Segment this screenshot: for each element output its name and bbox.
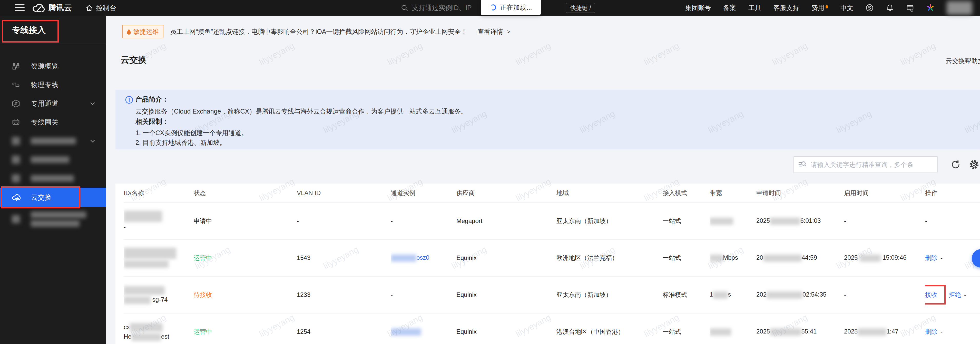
- intro-item-1: 1. 一个CX实例仅能创建一个专用通道。: [135, 129, 248, 137]
- redacted-text: [124, 296, 151, 304]
- console-label: 控制台: [96, 3, 116, 13]
- channel-link[interactable]: osz0: [416, 254, 430, 261]
- redacted-text: [763, 255, 802, 262]
- hamburger-menu-icon[interactable]: [15, 4, 25, 11]
- table-card: ID/名称状态VLAN ID通道实例供应商地域接入模式带宽申请时间启用时间操作 …: [115, 184, 980, 344]
- cell-text: 亚太东南（新加坡）: [557, 217, 612, 224]
- bell-icon[interactable]: [886, 4, 894, 12]
- refresh-icon[interactable]: [950, 159, 961, 170]
- column-header: 启用时间: [844, 184, 925, 203]
- cell-enable_time: 2025- 15:09:46: [844, 239, 925, 276]
- sidebar-item-blurred-4[interactable]: [0, 207, 106, 231]
- sidebar-item-blurred-1[interactable]: [0, 132, 106, 150]
- redacted-text: [713, 292, 728, 299]
- cell-text: 亚太东南（新加坡）: [557, 291, 612, 298]
- cell-text: 15:09:46: [881, 254, 906, 261]
- nav-support[interactable]: 客服支持: [773, 3, 799, 12]
- sidebar-item-cloud-exchange[interactable]: 云交换: [0, 188, 106, 207]
- gear-icon[interactable]: [968, 159, 980, 170]
- cell-text: -: [844, 291, 846, 298]
- cell-text: 202: [756, 291, 767, 298]
- notice-detail-link[interactable]: 查看详情: [477, 27, 503, 36]
- redacted-text: [124, 260, 169, 268]
- column-header: 供应商: [457, 184, 557, 203]
- console-link[interactable]: 控制台: [86, 0, 116, 16]
- column-header: ID/名称: [124, 184, 194, 203]
- intro-item-2: 2. 目前支持地域香港、新加坡。: [135, 138, 226, 147]
- gateway-icon: [12, 118, 20, 126]
- cell-vlan: 1543: [297, 239, 391, 276]
- notice-bar: 敏捷运维 员工上网“摸鱼”还乱点链接，电脑中毒影响全公司？iOA一键拦截风险网站…: [122, 24, 512, 39]
- cell-channel: osz0: [391, 239, 457, 276]
- cell-text: 55:41: [801, 328, 816, 335]
- cell-text: -: [964, 291, 966, 298]
- cell-text: -: [925, 217, 927, 224]
- console-settings-icon[interactable]: [906, 4, 914, 12]
- redacted-text: [124, 211, 162, 222]
- redacted-text: [710, 255, 723, 262]
- cell-mode: 标准模式: [663, 276, 710, 313]
- overview-icon: [12, 62, 20, 70]
- main-content: lilyyeyanglilyyeyanglilyyeyanglilyyeyang…: [106, 16, 980, 344]
- annotation-box-accept: 接收: [925, 285, 946, 304]
- cell-name: -: [124, 203, 194, 239]
- cell-text: s: [728, 291, 731, 298]
- cell-text: 一站式: [663, 328, 681, 335]
- sidebar-item-label: 资源概览: [31, 62, 59, 71]
- column-header: VLAN ID: [297, 184, 391, 203]
- cell-text: -: [297, 217, 299, 224]
- redacted-text: [710, 218, 733, 225]
- blurred-label: [31, 175, 74, 182]
- redacted-text: [124, 247, 176, 259]
- cell-text: 20: [756, 254, 763, 261]
- tencent-cloud-logo[interactable]: 腾讯云: [32, 0, 72, 16]
- nav-language[interactable]: 中文: [840, 3, 853, 12]
- sidebar-item-dedicated-tunnel[interactable]: 专用通道: [0, 94, 106, 113]
- sidebar-item-resource-overview[interactable]: 资源概览: [0, 57, 106, 75]
- blurred-icon: [12, 174, 20, 182]
- cell-text: 1543: [297, 254, 310, 261]
- sidebar-item-physical-line[interactable]: 物理专线: [0, 75, 106, 94]
- accept-link[interactable]: 接收: [925, 291, 937, 298]
- delete-link[interactable]: 删除: [925, 254, 937, 261]
- redacted-text: [391, 328, 421, 336]
- delete-link[interactable]: 删除: [925, 328, 937, 335]
- status-badge: 待接收: [194, 291, 212, 298]
- sidebar-item-line-gateway[interactable]: 专线网关: [0, 113, 106, 132]
- feedback-icon[interactable]: [865, 4, 873, 12]
- cell-text: 2025: [756, 217, 770, 224]
- sidebar-item-blurred-2[interactable]: [0, 150, 106, 169]
- redacted-text: [858, 328, 886, 336]
- column-header: 状态: [194, 184, 297, 203]
- cell-text: 港澳台地区（中国香港）: [557, 328, 624, 335]
- avatar[interactable]: [947, 1, 972, 15]
- help-doc-link[interactable]: 云交换帮助文: [946, 57, 980, 65]
- reject-link[interactable]: 拒绝: [949, 291, 961, 298]
- cell-provider: Equinix: [457, 313, 557, 344]
- cell-text: -: [940, 328, 943, 335]
- nav-icp-filing[interactable]: 备案: [723, 3, 736, 12]
- nav-group-account[interactable]: 集团账号: [685, 3, 711, 12]
- nav-billing[interactable]: 费用: [811, 3, 828, 12]
- cell-status: 运营中: [194, 239, 297, 276]
- sidebar-item-blurred-3[interactable]: [0, 169, 106, 188]
- keyword-search-input[interactable]: [794, 156, 938, 173]
- table-row: cxHeest运营中1254Equinix港澳台地区（中国香港）一站式20255…: [124, 313, 980, 344]
- sidebar-item-label: 专线网关: [31, 118, 59, 127]
- nav-tools[interactable]: 工具: [748, 3, 761, 12]
- notice-message: 员工上网“摸鱼”还乱点链接，电脑中毒影响全公司？iOA一键拦截风险网站访问行为，…: [170, 27, 467, 36]
- spinner-icon: [490, 4, 497, 11]
- sidebar-title: 专线接入: [0, 16, 106, 44]
- cell-text: est: [161, 333, 169, 340]
- topbar-search[interactable]: 支持通过实例ID、IP: [401, 0, 481, 16]
- loading-toast: 正在加载...: [481, 0, 541, 15]
- cell-channel: -: [391, 203, 457, 239]
- cell-text: -: [391, 217, 393, 224]
- shortcut-button[interactable]: 快捷键 /: [566, 3, 595, 13]
- table-row: 运营中1543osz0Equinix欧洲地区（法兰克福）一站式Mbps2044:…: [124, 239, 980, 276]
- column-header: 地域: [557, 184, 663, 203]
- cell-text: He: [124, 333, 132, 340]
- ai-sparkle-icon[interactable]: [926, 4, 934, 12]
- redacted-text: [391, 255, 416, 262]
- cell-apply_time: 20202:54:35: [756, 276, 844, 313]
